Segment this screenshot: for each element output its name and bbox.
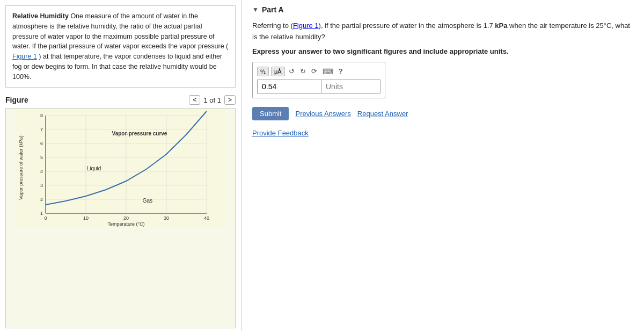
reset-icon[interactable]: ⟳	[310, 67, 319, 75]
redo-icon[interactable]: ↻	[298, 67, 308, 75]
provide-feedback-link[interactable]: Provide Feedback	[252, 129, 309, 137]
answer-area: ⁰⁄₁ μÅ ↺ ↻ ⟳ ⌨ ?	[252, 62, 385, 98]
figure-nav-text: 1 of 1	[203, 96, 221, 104]
mu-button[interactable]: μÅ	[271, 67, 285, 76]
submit-button[interactable]: Submit	[252, 107, 289, 120]
figure-next-btn[interactable]: >	[224, 95, 236, 105]
svg-text:4: 4	[40, 169, 42, 174]
answer-input[interactable]	[257, 80, 321, 93]
liquid-label: Liquid	[86, 166, 101, 171]
svg-text:40: 40	[203, 215, 209, 221]
figure-section: Figure < 1 of 1 > Vapor pressure of wate…	[0, 93, 241, 331]
x-axis-label: Temperature (°C)	[107, 221, 144, 227]
left-panel: Relative Humidity One measure of the amo…	[0, 0, 241, 331]
action-row: Submit Previous Answers Request Answer	[252, 107, 633, 120]
figure-prev-btn[interactable]: <	[189, 95, 200, 105]
svg-text:3: 3	[40, 183, 42, 188]
svg-text:7: 7	[40, 127, 42, 132]
textbox-title: Relative Humidity	[12, 12, 69, 20]
figure-nav: < 1 of 1 >	[189, 95, 236, 105]
answer-instruction: Express your answer to two significant f…	[252, 47, 633, 55]
chart-container: Vapor pressure of water (kPa)	[5, 108, 236, 328]
svg-text:5: 5	[40, 155, 42, 160]
toolbar-row: ⁰⁄₁ μÅ ↺ ↻ ⟳ ⌨ ?	[257, 67, 380, 76]
relative-humidity-textbox: Relative Humidity One measure of the amo…	[5, 5, 236, 88]
part-label: Part A	[262, 5, 284, 14]
vapor-pressure-chart: Vapor pressure of water (kPa)	[16, 109, 225, 227]
svg-text:6: 6	[40, 141, 42, 146]
question-text: Referring to (Figure 1), if the partial …	[252, 20, 633, 43]
part-arrow-icon: ▼	[252, 6, 259, 13]
svg-text:8: 8	[40, 113, 42, 118]
provide-feedback-section: Provide Feedback	[252, 129, 633, 137]
figure-header: Figure < 1 of 1 >	[5, 93, 236, 108]
gas-label: Gas	[142, 198, 152, 204]
figure-title: Figure	[5, 96, 28, 104]
svg-text:2: 2	[40, 197, 42, 202]
undo-icon[interactable]: ↺	[287, 67, 296, 75]
chart-scroll[interactable]: Vapor pressure of water (kPa)	[6, 109, 235, 328]
svg-text:20: 20	[123, 215, 128, 221]
svg-text:10: 10	[83, 215, 88, 221]
textbox-body2: ) at that temperature, the vapor condens…	[12, 53, 222, 81]
fraction-button[interactable]: ⁰⁄₁	[257, 67, 269, 76]
svg-text:0: 0	[44, 215, 47, 221]
part-header: ▼ Part A	[252, 5, 633, 14]
keyboard-icon[interactable]: ⌨	[321, 67, 335, 76]
input-row	[257, 80, 380, 93]
svg-text:1: 1	[40, 211, 42, 216]
chart-title: Vapor-pressure curve	[112, 131, 167, 136]
units-input[interactable]	[321, 80, 380, 93]
help-icon[interactable]: ?	[337, 67, 345, 75]
y-axis-label: Vapor pressure of water (kPa)	[18, 136, 24, 200]
figure1-link[interactable]: Figure 1	[12, 53, 37, 60]
question-figure-link[interactable]: Figure 1	[293, 21, 319, 30]
right-panel: ▼ Part A Referring to (Figure 1), if the…	[241, 0, 644, 331]
previous-answers-button[interactable]: Previous Answers	[295, 110, 350, 118]
svg-text:30: 30	[163, 215, 169, 221]
request-answer-button[interactable]: Request Answer	[357, 110, 408, 118]
